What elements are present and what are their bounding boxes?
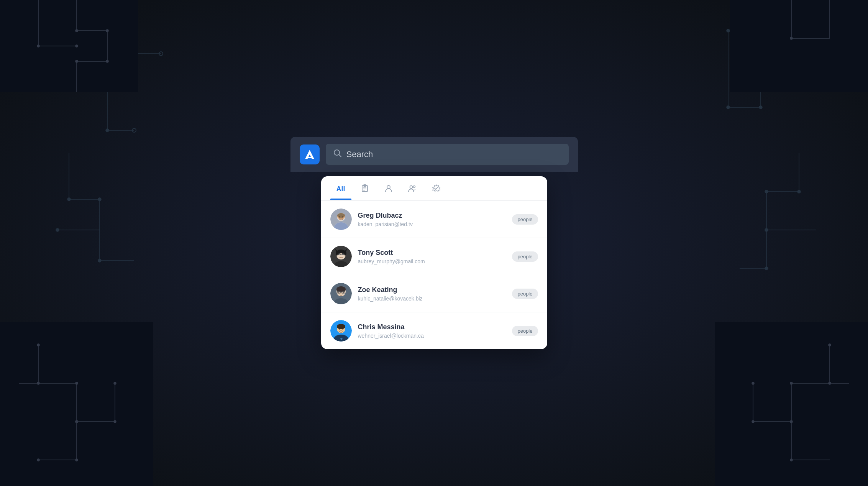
avatar bbox=[330, 209, 352, 230]
result-item[interactable]: Zoe Keating kuhic_natalie@kovacek.biz pe… bbox=[321, 275, 547, 312]
header-bar: Search bbox=[290, 137, 578, 172]
svg-point-97 bbox=[338, 292, 339, 292]
svg-point-104 bbox=[337, 324, 345, 329]
search-input-placeholder: Search bbox=[346, 149, 373, 159]
result-name: Zoe Keating bbox=[358, 286, 506, 294]
svg-point-76 bbox=[337, 213, 345, 218]
svg-rect-60 bbox=[307, 157, 313, 158]
result-name: Chris Messina bbox=[358, 323, 506, 331]
app-logo[interactable] bbox=[300, 144, 320, 164]
svg-point-28 bbox=[759, 343, 762, 346]
svg-point-18 bbox=[727, 106, 730, 109]
svg-point-9 bbox=[113, 343, 116, 346]
svg-point-11 bbox=[113, 420, 116, 423]
result-item[interactable]: Greg Dlubacz kaden_parisian@ted.tv peopl… bbox=[321, 201, 547, 238]
result-list: Greg Dlubacz kaden_parisian@ted.tv peopl… bbox=[321, 201, 547, 349]
svg-point-27 bbox=[759, 382, 762, 385]
content-panel: All bbox=[321, 176, 547, 349]
avatar bbox=[330, 246, 352, 267]
result-name: Tony Scott bbox=[358, 249, 506, 257]
svg-point-25 bbox=[765, 267, 768, 270]
svg-point-89 bbox=[342, 254, 343, 255]
svg-point-12 bbox=[113, 458, 116, 461]
tab-tasks[interactable] bbox=[354, 176, 375, 200]
result-info: Zoe Keating kuhic_natalie@kovacek.biz bbox=[358, 286, 506, 302]
svg-point-16 bbox=[797, 75, 801, 78]
svg-point-21 bbox=[727, 29, 730, 32]
svg-point-98 bbox=[343, 292, 343, 292]
svg-point-78 bbox=[342, 217, 343, 218]
svg-point-40 bbox=[75, 60, 78, 62]
svg-point-36 bbox=[75, 45, 78, 47]
result-tag: people bbox=[512, 214, 538, 225]
svg-point-5 bbox=[67, 198, 71, 201]
svg-text:★: ★ bbox=[340, 337, 343, 341]
svg-point-47 bbox=[114, 420, 116, 423]
svg-point-22 bbox=[797, 190, 801, 193]
tab-verified[interactable] bbox=[426, 176, 446, 200]
svg-point-43 bbox=[37, 382, 39, 384]
result-email: kuhic_natalie@kovacek.biz bbox=[358, 296, 506, 302]
svg-point-99 bbox=[338, 294, 344, 296]
svg-point-46 bbox=[114, 382, 116, 384]
app-logo-icon bbox=[302, 147, 317, 162]
svg-point-88 bbox=[338, 254, 340, 255]
svg-point-106 bbox=[342, 328, 343, 330]
svg-point-23 bbox=[765, 190, 768, 193]
tab-person2[interactable] bbox=[402, 176, 423, 200]
result-email: wehner_israel@lockman.ca bbox=[358, 333, 506, 339]
svg-point-42 bbox=[37, 344, 39, 346]
search-icon bbox=[333, 149, 342, 159]
svg-point-35 bbox=[37, 45, 39, 47]
avatar: ★ bbox=[330, 320, 352, 342]
svg-point-70 bbox=[413, 186, 415, 188]
svg-point-44 bbox=[75, 382, 78, 384]
svg-point-41 bbox=[790, 37, 793, 39]
svg-point-3 bbox=[133, 52, 136, 55]
result-tag: people bbox=[512, 251, 538, 262]
svg-rect-31 bbox=[0, 0, 138, 92]
search-bar[interactable]: Search bbox=[326, 144, 569, 165]
svg-point-1 bbox=[106, 75, 109, 78]
result-tag: people bbox=[512, 326, 538, 336]
result-email: aubrey_murphy@gmail.com bbox=[358, 258, 506, 264]
svg-point-48 bbox=[75, 420, 78, 423]
svg-point-37 bbox=[75, 30, 78, 32]
svg-point-7 bbox=[98, 259, 101, 262]
device-wrapper: Search All bbox=[304, 137, 564, 349]
svg-point-29 bbox=[797, 420, 801, 423]
result-tag: people bbox=[512, 289, 538, 299]
svg-point-2 bbox=[106, 129, 109, 132]
result-email: kaden_parisian@ted.tv bbox=[358, 221, 506, 227]
svg-point-24 bbox=[765, 228, 768, 232]
result-info: Chris Messina wehner_israel@lockman.ca bbox=[358, 323, 506, 339]
svg-point-50 bbox=[37, 459, 39, 461]
svg-rect-34 bbox=[715, 322, 868, 486]
person-group-icon bbox=[408, 184, 417, 194]
svg-point-105 bbox=[338, 328, 340, 330]
svg-point-8 bbox=[56, 228, 59, 232]
svg-point-68 bbox=[387, 186, 390, 189]
svg-point-77 bbox=[339, 217, 340, 218]
svg-point-56 bbox=[790, 420, 793, 423]
svg-rect-32 bbox=[730, 0, 868, 92]
result-info: Tony Scott aubrey_murphy@gmail.com bbox=[358, 249, 506, 264]
svg-point-39 bbox=[106, 60, 108, 62]
svg-point-107 bbox=[340, 330, 342, 331]
tab-all-label: All bbox=[336, 185, 345, 193]
svg-point-15 bbox=[159, 52, 163, 56]
tab-all[interactable]: All bbox=[330, 177, 351, 199]
result-info: Greg Dlubacz kaden_parisian@ted.tv bbox=[358, 212, 506, 227]
avatar bbox=[330, 283, 352, 304]
svg-point-55 bbox=[752, 420, 754, 423]
svg-point-4 bbox=[90, 29, 94, 32]
result-item[interactable]: Tony Scott aubrey_murphy@gmail.com peopl… bbox=[321, 238, 547, 275]
svg-point-30 bbox=[759, 458, 762, 461]
svg-point-14 bbox=[132, 128, 136, 132]
svg-point-13 bbox=[67, 29, 71, 33]
tabs-row: All bbox=[321, 176, 547, 201]
svg-point-51 bbox=[829, 344, 831, 346]
tab-person1[interactable] bbox=[378, 176, 399, 200]
svg-rect-33 bbox=[0, 322, 153, 486]
result-item[interactable]: ★ Chris Messina wehner_israel@lockman.ca… bbox=[321, 312, 547, 349]
